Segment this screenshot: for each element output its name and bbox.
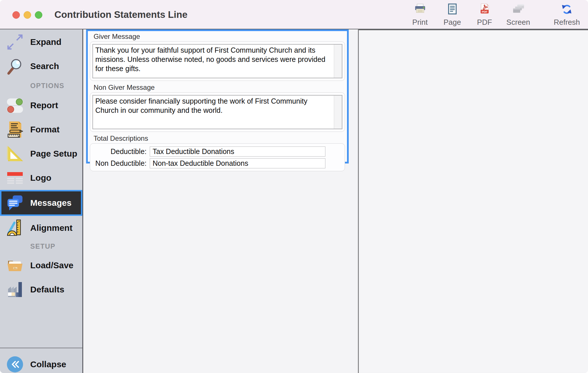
giver-message-field-frame (92, 44, 342, 78)
sidebar-item-messages[interactable]: Messages (0, 190, 82, 216)
expand-arrows-icon (6, 33, 24, 51)
collapse-sidebar-button[interactable]: Collapse (0, 352, 82, 373)
sidebar-item-label: Defaults (30, 285, 64, 294)
deductible-input[interactable] (150, 146, 325, 157)
giver-message-group-label: Giver Message (94, 33, 345, 41)
sidebar-item-logo[interactable]: Logo (0, 166, 82, 190)
sidebar-item-label: Logo (30, 173, 51, 183)
non-giver-message-field-frame (92, 95, 342, 129)
sidebar-item-label: Collapse (30, 359, 66, 369)
refresh-icon (560, 3, 573, 17)
sidebar-item-expand[interactable]: Expand (0, 30, 82, 54)
sidebar-item-label: Expand (30, 37, 61, 47)
sidebar-footer: Collapse (0, 348, 82, 373)
non-giver-message-textarea[interactable] (93, 96, 333, 129)
document-pencil-icon (6, 121, 24, 138)
toolbar-item-label: Print (412, 18, 428, 27)
sidebar-item-format[interactable]: Format (0, 117, 82, 142)
non-giver-message-group-label: Non Giver Message (94, 83, 345, 92)
zoom-window-button[interactable] (35, 11, 42, 19)
page-icon (446, 3, 459, 17)
deductible-label: Deductible: (90, 147, 147, 156)
screen-icon (512, 3, 525, 17)
sidebar-item-search[interactable]: Search (0, 54, 82, 78)
total-descriptions-group-label: Total Descriptions (94, 134, 345, 142)
factory-icon (6, 281, 24, 298)
minimize-window-button[interactable] (24, 11, 31, 19)
toolbar: Print Page (410, 0, 580, 29)
sidebar-item-report[interactable]: Report (0, 93, 82, 117)
window-title: Contribution Statements Line (54, 0, 187, 29)
non-giver-message-group (90, 92, 345, 132)
sidebar-item-label: Alignment (30, 223, 73, 233)
non-deductible-label: Non Deductible: (90, 159, 147, 168)
chat-bubbles-icon (6, 194, 24, 212)
page-button[interactable]: Page (442, 3, 463, 27)
pdf-button[interactable]: PDF PDF (474, 3, 495, 27)
close-window-button[interactable] (12, 11, 20, 19)
collapse-chevrons-icon (6, 355, 24, 373)
pdf-icon: PDF (478, 3, 491, 17)
sidebar-item-label: Search (30, 61, 59, 71)
set-square-icon (6, 145, 24, 163)
sidebar-item-page-setup[interactable]: Page Setup (0, 142, 82, 166)
toolbar-item-label: Page (443, 18, 461, 27)
non-giver-message-scrollbar[interactable] (334, 96, 342, 129)
sidebar-item-label: Report (30, 100, 58, 110)
ruler-protractor-icon (6, 219, 24, 237)
printer-icon (414, 3, 427, 17)
print-button[interactable]: Print (410, 3, 430, 27)
non-deductible-input[interactable] (150, 158, 325, 168)
svg-text:PDF: PDF (482, 10, 488, 13)
messages-settings-panel: Giver Message Non Giver Message Total De… (86, 29, 349, 163)
sidebar: Expand Search OPTIONS (0, 29, 83, 373)
screen-button[interactable]: Screen (507, 3, 530, 27)
sidebar-item-alignment[interactable]: Alignment (0, 216, 82, 240)
title-bar: Contribution Statements Line Print (0, 0, 588, 29)
logo-placeholder-icon (6, 169, 24, 187)
toolbar-item-label: Screen (507, 18, 530, 27)
sidebar-item-label: Page Setup (30, 149, 77, 159)
toggles-icon (6, 96, 24, 114)
giver-message-scrollbar[interactable] (334, 45, 342, 78)
sidebar-item-load-save[interactable]: Load/Save (0, 253, 82, 277)
magnifier-icon (6, 57, 24, 75)
sidebar-item-label: Messages (30, 198, 71, 208)
toolbar-item-label: Refresh (554, 18, 580, 27)
sidebar-item-label: Format (30, 125, 60, 134)
sidebar-item-label: Load/Save (30, 260, 73, 270)
toolbar-item-label: PDF (477, 18, 492, 27)
folder-icon (6, 256, 24, 274)
preview-pane (359, 29, 588, 372)
giver-message-textarea[interactable] (93, 45, 333, 78)
app-window: Contribution Statements Line Print (0, 0, 588, 373)
giver-message-group (90, 41, 345, 81)
total-descriptions-group: Deductible: Non Deductible: (90, 143, 345, 171)
sidebar-item-defaults[interactable]: Defaults (0, 277, 82, 302)
refresh-button[interactable]: Refresh (554, 3, 580, 27)
